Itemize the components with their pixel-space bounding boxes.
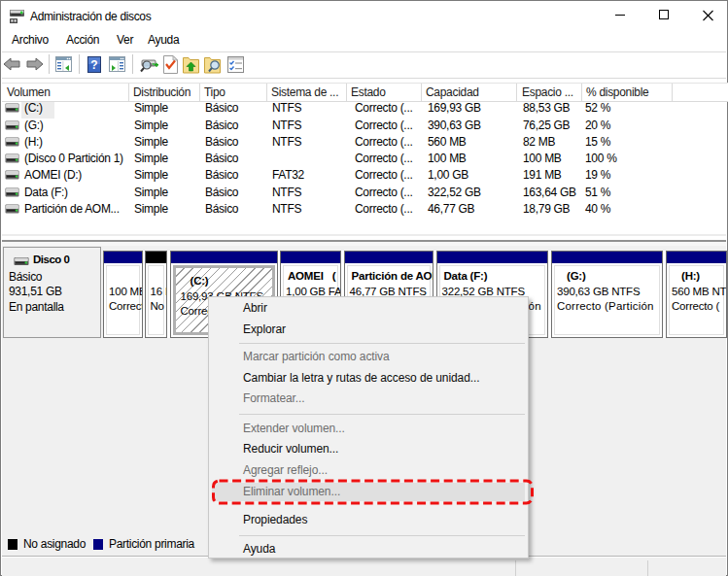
svg-text:?: ?	[90, 58, 97, 72]
